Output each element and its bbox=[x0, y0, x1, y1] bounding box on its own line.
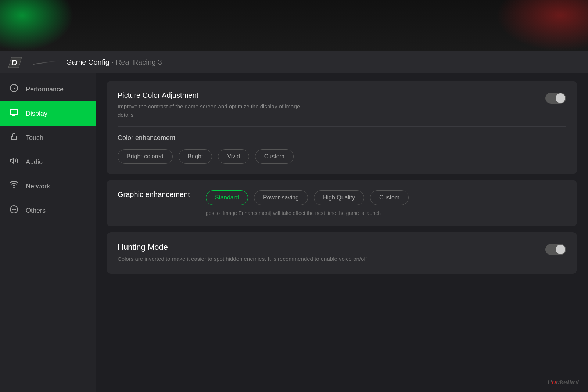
option-standard[interactable]: Standard bbox=[206, 190, 248, 205]
option-power-saving[interactable]: Power-saving bbox=[254, 190, 308, 205]
toggle-knob bbox=[556, 93, 565, 103]
performance-icon bbox=[9, 84, 19, 95]
network-icon bbox=[9, 181, 19, 192]
graphic-enhancement-row: Graphic enhancement Standard Power-savin… bbox=[118, 190, 566, 216]
app-logo: D bbox=[7, 55, 26, 70]
main-layout: Performance Display Touch bbox=[0, 73, 588, 392]
sidebar-item-display[interactable]: Display bbox=[0, 101, 96, 126]
sidebar-item-touch[interactable]: Touch bbox=[0, 126, 96, 150]
sidebar: Performance Display Touch bbox=[0, 73, 96, 392]
sidebar-item-network[interactable]: Network bbox=[0, 174, 96, 198]
option-high-quality[interactable]: High Quality bbox=[314, 190, 364, 205]
picture-color-section: Picture Color Adjustment Improve the con… bbox=[118, 91, 566, 119]
svg-line-4 bbox=[14, 88, 15, 89]
logo-icon: D bbox=[8, 56, 25, 69]
header-bar: D Game Config · Real Racing 3 bbox=[0, 51, 588, 73]
graphic-enhancement-card: Graphic enhancement Standard Power-savin… bbox=[107, 180, 577, 226]
color-enhancement-label: Color enhancement bbox=[118, 134, 566, 142]
sidebar-label-performance: Performance bbox=[26, 86, 64, 93]
graphic-enhancement-note: ges to [Image Enhancement] will take eff… bbox=[206, 210, 566, 216]
hunting-mode-toggle[interactable] bbox=[545, 244, 566, 255]
sidebar-label-touch: Touch bbox=[26, 134, 43, 142]
option-vivid[interactable]: Vivid bbox=[218, 149, 249, 164]
picture-color-toggle[interactable] bbox=[545, 93, 566, 104]
bg-green-blob bbox=[0, 0, 74, 51]
svg-point-12 bbox=[14, 209, 14, 210]
picture-color-desc: Improve the contrast of the game screen … bbox=[118, 103, 301, 119]
audio-icon bbox=[9, 157, 19, 168]
graphic-enhancement-label: Graphic enhancement bbox=[118, 190, 198, 199]
option-bright[interactable]: Bright bbox=[179, 149, 212, 164]
sidebar-label-display: Display bbox=[26, 110, 47, 118]
header-divider bbox=[33, 60, 59, 65]
option-custom-color[interactable]: Custom bbox=[255, 149, 294, 164]
page-subtitle: · Real Racing 3 bbox=[112, 58, 162, 66]
color-option-buttons: Bright-colored Bright Vivid Custom bbox=[118, 149, 566, 164]
color-enhancement-card: Picture Color Adjustment Improve the con… bbox=[107, 81, 577, 174]
hunting-mode-desc: Colors are inverted to make it easier to… bbox=[118, 255, 412, 263]
sidebar-label-audio: Audio bbox=[26, 158, 43, 166]
option-custom-graphic[interactable]: Custom bbox=[370, 190, 409, 205]
touch-icon bbox=[9, 132, 19, 143]
graphic-right-panel: Standard Power-saving High Quality Custo… bbox=[206, 190, 566, 216]
svg-text:D: D bbox=[11, 58, 17, 67]
picture-color-title: Picture Color Adjustment bbox=[118, 91, 545, 100]
svg-point-13 bbox=[15, 209, 16, 210]
svg-point-11 bbox=[12, 209, 13, 210]
svg-point-9 bbox=[14, 187, 14, 188]
sidebar-item-others[interactable]: Others bbox=[0, 198, 96, 223]
bg-red-blob bbox=[496, 0, 588, 51]
watermark-p: P bbox=[548, 378, 552, 386]
divider-1 bbox=[118, 126, 566, 127]
svg-rect-5 bbox=[10, 109, 18, 115]
picture-color-info: Picture Color Adjustment Improve the con… bbox=[118, 91, 545, 119]
graphic-option-buttons: Standard Power-saving High Quality Custo… bbox=[206, 190, 566, 205]
sidebar-item-performance[interactable]: Performance bbox=[0, 77, 96, 101]
hunting-mode-info: Hunting Mode Colors are inverted to make… bbox=[118, 242, 545, 263]
page-title: Game Config bbox=[66, 58, 110, 66]
display-icon bbox=[9, 108, 19, 119]
watermark-o: o bbox=[552, 378, 556, 386]
option-bright-colored[interactable]: Bright-colored bbox=[118, 149, 173, 164]
sidebar-item-audio[interactable]: Audio bbox=[0, 150, 96, 174]
svg-marker-8 bbox=[10, 158, 14, 163]
others-icon bbox=[9, 205, 19, 216]
hunting-mode-title: Hunting Mode bbox=[118, 242, 545, 252]
sidebar-label-others: Others bbox=[26, 207, 46, 215]
hunting-toggle-knob bbox=[556, 245, 565, 254]
pocketlint-watermark: Pocketlint bbox=[548, 378, 579, 386]
watermark-rest: cketlint bbox=[556, 378, 579, 386]
hunting-mode-card: Hunting Mode Colors are inverted to make… bbox=[107, 232, 577, 274]
content-area: Picture Color Adjustment Improve the con… bbox=[96, 73, 588, 392]
hunting-mode-section: Hunting Mode Colors are inverted to make… bbox=[118, 242, 566, 263]
sidebar-label-network: Network bbox=[26, 183, 50, 190]
